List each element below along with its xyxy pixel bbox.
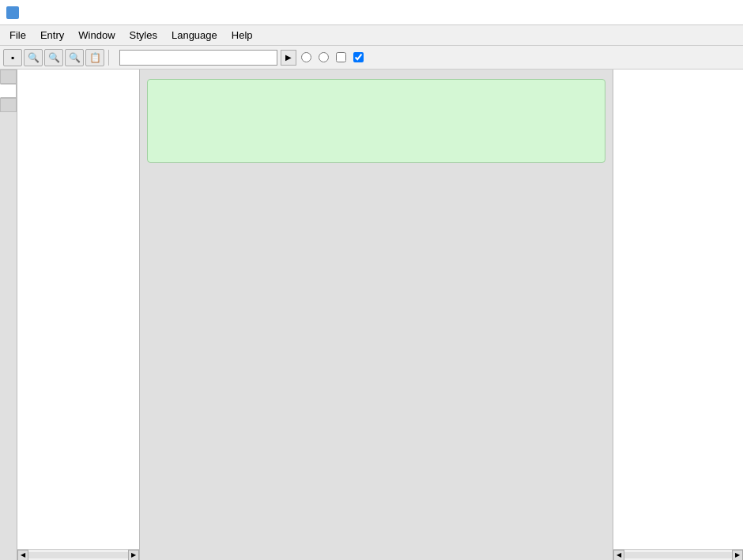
whole-word-checkbox[interactable] (353, 52, 364, 62)
center-panel (140, 70, 613, 560)
toolbar-separator (108, 50, 109, 66)
toolbar-btn-1[interactable]: ▪ (3, 49, 22, 66)
any-of-radio[interactable] (301, 52, 311, 62)
title-bar-left (6, 6, 24, 19)
minimize-button[interactable] (658, 5, 683, 21)
vertical-tabs (0, 70, 17, 560)
menu-item-window[interactable]: Window (72, 28, 121, 43)
right-horizontal-scrollbar[interactable]: ◀ ▶ (613, 549, 743, 560)
right-word-list[interactable] (613, 70, 743, 549)
scroll-track (28, 552, 128, 558)
search-input[interactable] (119, 50, 277, 66)
right-scroll-right-arrow[interactable]: ▶ (732, 550, 743, 561)
toolbar-btn-search3[interactable]: 🔍 (65, 49, 84, 66)
toolbar-btn-search2[interactable]: 🔍 (44, 49, 63, 66)
right-scroll-track (624, 552, 732, 558)
toolbar: ▪ 🔍 🔍 🔍 📋 ▶ (0, 46, 743, 70)
main-content: ◀ ▶ ◀ ▶ (0, 70, 743, 560)
close-button[interactable] (711, 5, 737, 21)
menu-item-entry[interactable]: Entry (34, 28, 70, 43)
left-panel: ◀ ▶ (17, 70, 140, 560)
any-of-label[interactable] (301, 52, 314, 62)
left-word-list[interactable] (17, 70, 139, 549)
scroll-left-arrow[interactable]: ◀ (17, 550, 28, 561)
search-options (301, 52, 366, 62)
menu-bar: FileEntryWindowStylesLanguageHelp (0, 25, 743, 46)
menu-item-help[interactable]: Help (225, 28, 259, 43)
menu-item-styles[interactable]: Styles (123, 28, 164, 43)
maximize-button[interactable] (685, 5, 710, 21)
menu-item-language[interactable]: Language (165, 28, 224, 43)
right-scroll-left-arrow[interactable]: ◀ (613, 550, 624, 561)
search-go-button[interactable]: ▶ (281, 50, 296, 66)
left-horizontal-scrollbar[interactable]: ◀ ▶ (17, 549, 139, 560)
right-panel: ◀ ▶ (613, 70, 743, 560)
scroll-right-arrow[interactable]: ▶ (128, 550, 139, 561)
all-of-radio[interactable] (319, 52, 329, 62)
whole-word-label[interactable] (353, 52, 366, 62)
unregistered-box (147, 79, 605, 163)
menu-item-file[interactable]: File (3, 28, 32, 43)
window-controls (658, 5, 737, 21)
app-icon (6, 6, 19, 19)
toolbar-btn-copy[interactable]: 📋 (85, 49, 104, 66)
match-case-checkbox[interactable] (336, 52, 346, 62)
all-of-label[interactable] (319, 52, 331, 62)
title-bar (0, 0, 743, 25)
match-case-label[interactable] (336, 52, 349, 62)
tab-kiswahili-english[interactable] (0, 98, 17, 112)
toolbar-btn-search1[interactable]: 🔍 (24, 49, 43, 66)
tab-english[interactable] (0, 84, 17, 98)
tab-kiswahili[interactable] (0, 70, 17, 84)
